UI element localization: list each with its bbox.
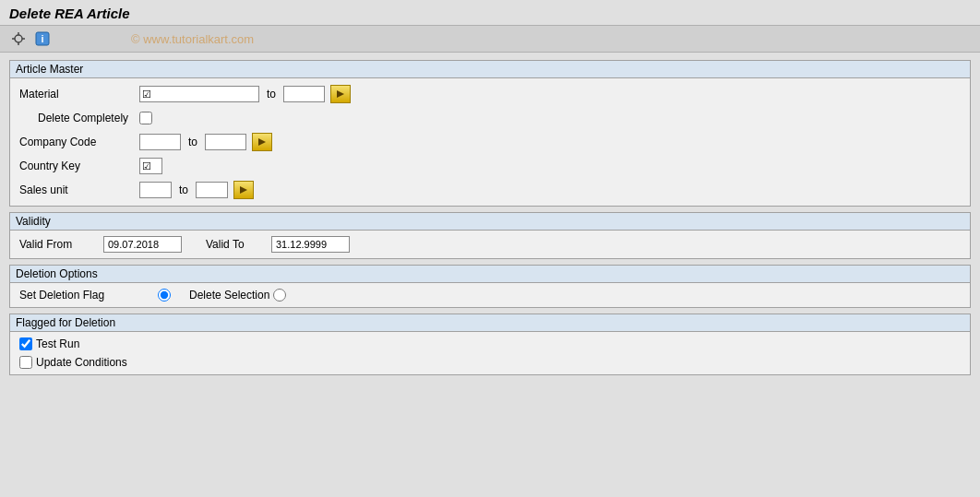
country-key-label: Country Key (19, 160, 139, 172)
material-input[interactable] (139, 86, 259, 102)
delete-completely-checkbox[interactable] (139, 112, 152, 124)
deletion-row: Set Deletion Flag Delete Selection (19, 289, 961, 302)
article-master-body: Material to Delete Completely Company Co… (10, 78, 970, 206)
svg-marker-8 (258, 138, 266, 146)
toolbar: i © www.tutorialkart.com (0, 25, 980, 53)
delete-selection-option: Delete Selection (189, 289, 286, 302)
settings-icon[interactable] (9, 30, 28, 48)
update-conditions-row: Update Conditions (19, 356, 961, 369)
material-select-button[interactable] (330, 85, 351, 103)
delete-selection-label: Delete Selection (189, 289, 269, 302)
sales-unit-select-button[interactable] (233, 181, 254, 199)
material-to-label: to (267, 88, 276, 101)
company-code-to-input[interactable] (205, 134, 246, 150)
page-title: Delete REA Article (0, 0, 980, 25)
validity-section: Validity Valid From Valid To (9, 212, 971, 259)
deletion-options-section: Deletion Options Set Deletion Flag Delet… (9, 265, 971, 308)
flagged-for-deletion-header: Flagged for Deletion (10, 314, 970, 332)
material-label: Material (19, 88, 139, 101)
set-deletion-flag-radio[interactable] (158, 289, 171, 302)
sales-unit-input[interactable] (139, 182, 172, 198)
company-code-label: Company Code (19, 136, 139, 148)
info-icon[interactable]: i (33, 30, 52, 48)
company-code-input[interactable] (139, 134, 181, 150)
company-code-select-button[interactable] (252, 133, 272, 151)
svg-marker-7 (337, 90, 344, 98)
deletion-options-header: Deletion Options (10, 266, 970, 283)
country-key-row: Country Key (19, 156, 961, 176)
update-conditions-checkbox[interactable] (19, 356, 32, 369)
validity-header: Validity (10, 213, 970, 231)
validity-body: Valid From Valid To (10, 231, 970, 258)
delete-completely-row: Delete Completely (19, 108, 961, 128)
watermark: © www.tutorialkart.com (131, 32, 254, 46)
sales-unit-to-label: to (179, 183, 188, 196)
test-run-checkbox[interactable] (19, 337, 32, 350)
material-to-input[interactable] (283, 86, 325, 102)
svg-point-0 (15, 35, 22, 42)
valid-from-input[interactable] (103, 236, 182, 253)
deletion-options-body: Set Deletion Flag Delete Selection (10, 283, 970, 307)
sales-unit-to-input[interactable] (196, 182, 228, 198)
svg-text:i: i (41, 33, 43, 44)
set-deletion-flag-label: Set Deletion Flag (19, 289, 139, 302)
delete-completely-label: Delete Completely (19, 112, 139, 124)
delete-selection-radio[interactable] (273, 289, 286, 302)
set-deletion-flag-option (158, 289, 171, 302)
valid-to-input[interactable] (271, 236, 350, 253)
update-conditions-label: Update Conditions (36, 356, 127, 369)
svg-marker-9 (240, 186, 247, 194)
country-key-input[interactable] (139, 158, 162, 174)
material-row: Material to (19, 84, 961, 104)
article-master-header: Article Master (10, 61, 970, 78)
company-code-row: Company Code to (19, 132, 961, 152)
sales-unit-row: Sales unit to (19, 180, 961, 200)
valid-from-label: Valid From (19, 238, 89, 251)
main-content: Article Master Material to Delete Comple… (0, 53, 980, 383)
valid-to-label: Valid To (197, 238, 257, 251)
company-code-to-label: to (188, 136, 197, 148)
article-master-section: Article Master Material to Delete Comple… (9, 60, 971, 207)
sales-unit-label: Sales unit (19, 183, 139, 196)
test-run-row: Test Run (19, 337, 961, 350)
test-run-label: Test Run (36, 337, 79, 350)
validity-row: Valid From Valid To (19, 236, 961, 253)
flagged-for-deletion-section: Flagged for Deletion Test Run Update Con… (9, 314, 971, 375)
flagged-for-deletion-body: Test Run Update Conditions (10, 332, 970, 374)
